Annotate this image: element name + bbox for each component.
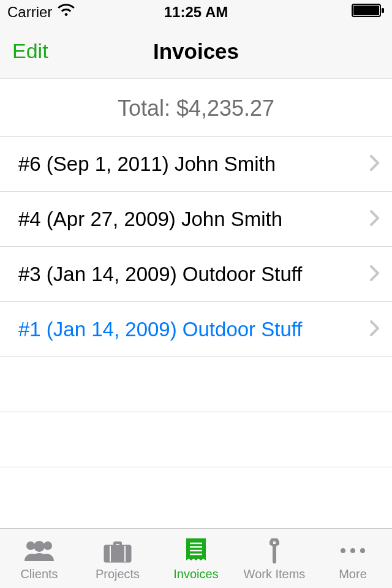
status-bar: Carrier 11:25 AM [0,0,392,24]
tab-label: Clients [20,567,58,581]
status-left: Carrier [7,4,75,21]
wifi-icon [57,4,75,21]
invoice-label: #1 (Jan 14, 2009) Outdoor Stuff [18,318,303,341]
svg-point-17 [360,548,365,553]
svg-point-4 [43,541,52,550]
workitems-icon [265,535,284,566]
invoice-row[interactable]: #1 (Jan 14, 2009) Outdoor Stuff [0,302,392,357]
tab-projects[interactable]: Projects [78,529,157,588]
svg-point-3 [26,541,35,550]
chevron-right-icon [370,153,380,176]
empty-row [0,357,392,412]
nav-bar: Edit Invoices [0,24,392,78]
tab-label: Projects [96,567,140,581]
total-label: Total: $4,235.27 [0,78,392,136]
edit-button[interactable]: Edit [12,39,48,63]
invoice-label: #3 (Jan 14, 2009) Outdoor Stuff [18,263,303,286]
svg-rect-6 [105,546,130,562]
chevron-right-icon [370,208,380,231]
clients-icon [22,535,56,566]
invoice-label: #4 (Apr 27, 2009) John Smith [18,208,282,231]
tab-clients[interactable]: Clients [0,529,78,588]
svg-rect-2 [382,8,384,13]
empty-row [0,412,392,467]
tab-invoices[interactable]: Invoices [157,529,235,588]
svg-rect-14 [273,541,276,544]
invoice-row[interactable]: #6 (Sep 1, 2011) John Smith [0,137,392,192]
invoice-list: #6 (Sep 1, 2011) John Smith #4 (Apr 27, … [0,136,392,467]
invoice-row[interactable]: #3 (Jan 14, 2009) Outdoor Stuff [0,247,392,302]
tab-label: Invoices [173,567,218,581]
more-icon [339,535,366,566]
svg-rect-1 [353,6,379,15]
tab-label: More [339,567,367,581]
status-time: 11:25 AM [164,4,228,21]
svg-point-5 [34,541,45,552]
svg-point-16 [350,548,355,553]
page-title: Invoices [153,39,239,64]
tab-more[interactable]: More [314,529,392,588]
battery-icon [352,4,385,21]
invoices-icon [185,535,207,566]
tab-work-items[interactable]: Work Items [235,529,314,588]
svg-point-15 [341,548,345,553]
tab-label: Work Items [244,567,306,581]
tab-bar: Clients Projects Invoices [0,528,392,588]
carrier-label: Carrier [7,4,52,21]
invoice-label: #6 (Sep 1, 2011) John Smith [18,153,276,176]
projects-icon [102,535,133,566]
chevron-right-icon [370,318,380,341]
invoice-row[interactable]: #4 (Apr 27, 2009) John Smith [0,192,392,247]
chevron-right-icon [370,263,380,286]
